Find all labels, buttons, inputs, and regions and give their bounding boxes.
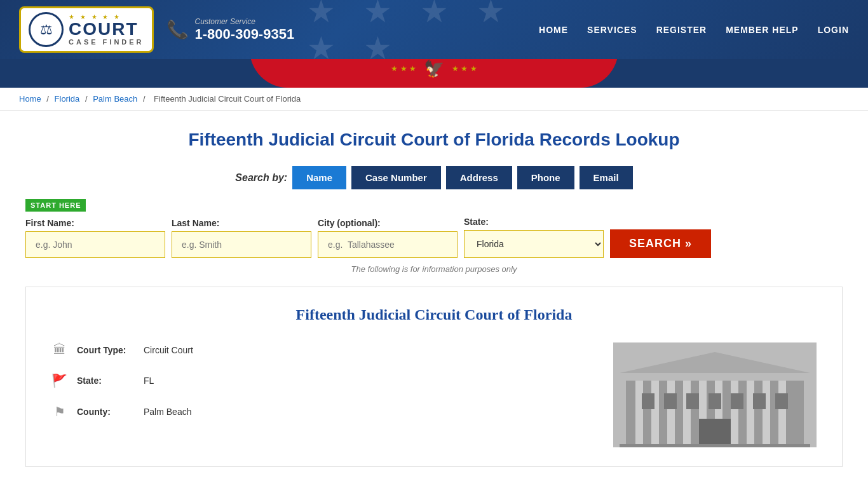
state-detail-label: State:	[77, 376, 134, 386]
svg-rect-12	[623, 373, 807, 381]
header-left: ⚖ ★ ★ ★ ★ ★ COURT CASE FINDER 📞 Customer…	[19, 6, 294, 53]
court-type-value: Circuit Court	[144, 345, 193, 355]
tab-phone[interactable]: Phone	[517, 166, 574, 189]
city-input[interactable]	[318, 231, 458, 258]
court-type-row: 🏛 Court Type: Circuit Court	[51, 342, 594, 357]
breadcrumb-palm-beach[interactable]: Palm Beach	[93, 94, 137, 104]
first-name-label: First Name:	[25, 218, 165, 228]
header: ⚖ ★ ★ ★ ★ ★ COURT CASE FINDER 📞 Customer…	[0, 0, 868, 59]
court-info-box: Fifteenth Judicial Circuit Court of Flor…	[25, 287, 843, 467]
logo-case-finder-label: CASE FINDER	[69, 38, 144, 46]
svg-rect-19	[753, 393, 766, 409]
scales-icon: ⚖	[40, 22, 53, 38]
search-button[interactable]: SEARCH »	[610, 229, 711, 258]
breadcrumb-sep-1: /	[46, 94, 51, 104]
breadcrumb-florida[interactable]: Florida	[55, 94, 80, 104]
svg-rect-16	[686, 393, 699, 409]
main-nav: HOME SERVICES REGISTER MEMBER HELP LOGIN	[539, 25, 849, 35]
breadcrumb-sep-3: /	[143, 94, 147, 104]
phone-text: Customer Service 1-800-309-9351	[195, 17, 295, 43]
nav-home[interactable]: HOME	[539, 25, 568, 35]
court-image	[613, 342, 817, 447]
svg-rect-17	[709, 393, 721, 409]
tab-case-number[interactable]: Case Number	[351, 166, 441, 189]
breadcrumb: Home / Florida / Palm Beach / Fifteenth …	[0, 88, 868, 111]
start-here-badge: START HERE	[25, 199, 843, 217]
svg-rect-4	[667, 377, 675, 447]
first-name-input[interactable]	[25, 231, 165, 258]
customer-service-label: Customer Service	[195, 17, 295, 26]
nav-register[interactable]: REGISTER	[656, 25, 707, 35]
svg-rect-3	[651, 377, 659, 447]
search-by-label: Search by:	[235, 172, 287, 184]
nav-login[interactable]: LOGIN	[818, 25, 849, 35]
county-value: Palm Beach	[144, 407, 191, 417]
court-details: 🏛 Court Type: Circuit Court 🚩 State: FL …	[51, 342, 594, 447]
state-row: 🚩 State: FL	[51, 373, 594, 388]
stars-left: ★ ★ ★	[391, 64, 416, 73]
red-arch: ★ ★ ★ 🦅 ★ ★ ★	[250, 59, 618, 88]
info-note: The following is for information purpose…	[25, 264, 843, 274]
breadcrumb-sep-2: /	[85, 94, 90, 104]
last-name-input[interactable]	[172, 231, 311, 258]
county-label: County:	[77, 407, 134, 417]
court-info-title: Fifteenth Judicial Circuit Court of Flor…	[51, 306, 817, 323]
city-group: City (optional):	[318, 218, 458, 258]
svg-rect-22	[620, 444, 810, 447]
last-name-group: Last Name:	[172, 218, 311, 258]
svg-rect-11	[778, 377, 786, 447]
main-content: Fifteenth Judicial Circuit Court of Flor…	[0, 111, 868, 486]
breadcrumb-home[interactable]: Home	[19, 94, 41, 104]
logo-court-label: COURT	[69, 20, 144, 38]
nav-services[interactable]: SERVICES	[587, 25, 637, 35]
court-info-content: 🏛 Court Type: Circuit Court 🚩 State: FL …	[51, 342, 817, 447]
tab-address[interactable]: Address	[446, 166, 512, 189]
phone-number: 1-800-309-9351	[195, 26, 295, 43]
svg-rect-21	[699, 419, 731, 447]
eagle-icon: 🦅	[424, 59, 444, 79]
logo: ⚖ ★ ★ ★ ★ ★ COURT CASE FINDER	[19, 6, 154, 53]
search-by-row: Search by: Name Case Number Address Phon…	[25, 166, 843, 189]
last-name-label: Last Name:	[172, 218, 311, 228]
svg-rect-8	[731, 377, 738, 447]
search-form: First Name: Last Name: City (optional): …	[25, 217, 843, 258]
state-select[interactable]: Florida	[464, 230, 604, 258]
courthouse-illustration	[613, 342, 817, 447]
first-name-group: First Name:	[25, 218, 165, 258]
bg-stars: ★ ★ ★ ★ ★ ★	[307, 0, 561, 67]
logo-text: ★ ★ ★ ★ ★ COURT CASE FINDER	[69, 13, 144, 46]
tab-email[interactable]: Email	[580, 166, 633, 189]
logo-icon: ⚖	[29, 12, 64, 47]
svg-rect-15	[664, 393, 677, 409]
county-icon: ⚑	[51, 404, 67, 419]
tab-name[interactable]: Name	[292, 166, 346, 189]
phone-section: 📞 Customer Service 1-800-309-9351	[166, 17, 295, 43]
svg-rect-2	[635, 377, 643, 447]
svg-rect-9	[747, 377, 754, 447]
svg-rect-14	[642, 393, 654, 409]
court-type-icon: 🏛	[51, 342, 67, 357]
nav-member-help[interactable]: MEMBER HELP	[726, 25, 798, 35]
svg-rect-20	[775, 393, 788, 409]
svg-rect-18	[731, 393, 743, 409]
state-group: State: Florida	[464, 217, 604, 258]
svg-rect-10	[763, 377, 770, 447]
court-type-label: Court Type:	[77, 345, 134, 355]
header-stars-bg: ★ ★ ★ ★ ★ ★	[307, 0, 561, 59]
state-label: State:	[464, 217, 604, 227]
state-detail-value: FL	[144, 376, 154, 386]
eagle-row: ★ ★ ★ 🦅 ★ ★ ★	[0, 59, 868, 88]
phone-icon: 📞	[166, 19, 189, 40]
breadcrumb-current: Fifteenth Judicial Circuit Court of Flor…	[154, 94, 301, 104]
stars-right: ★ ★ ★	[452, 64, 477, 73]
svg-rect-5	[683, 377, 691, 447]
county-row: ⚑ County: Palm Beach	[51, 404, 594, 419]
city-label: City (optional):	[318, 218, 458, 228]
state-icon: 🚩	[51, 373, 67, 388]
page-title: Fifteenth Judicial Circuit Court of Flor…	[25, 130, 843, 150]
